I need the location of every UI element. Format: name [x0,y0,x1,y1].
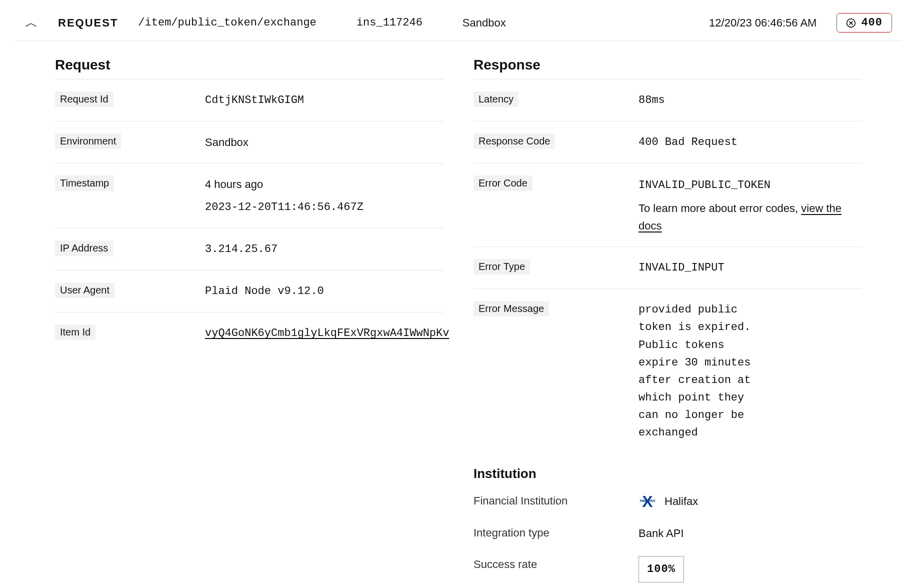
error-circle-icon [846,18,856,28]
row-integration-type: Integration type Bank API [474,518,862,549]
request-label: REQUEST [58,16,118,30]
value-success-rate: 100% [638,556,862,582]
row-environment: Environment Sandbox [55,122,444,164]
value-timestamp: 4 hours ago 2023-12-20T11:46:56.467Z [205,176,444,216]
label-user-agent: User Agent [55,282,114,298]
value-latency: 88ms [638,92,862,109]
error-help-prefix: To learn more about error codes, [638,202,801,214]
row-error-type: Error Type INVALID_INPUT [474,247,862,289]
header-meta: /item/public_token/exchange ins_117246 S… [138,16,689,30]
value-error-code: INVALID_PUBLIC_TOKEN To learn more about… [638,176,862,234]
label-ip: IP Address [55,240,113,256]
value-item-id[interactable]: vyQ4GoNK6yCmb1glyLkqFExVRgxwA4IWwNpKv [205,324,449,342]
row-user-agent: User Agent Plaid Node v9.12.0 [55,270,444,312]
institution-name: Halifax [664,492,698,510]
success-rate-badge: 100% [638,556,684,582]
status-code-badge: 400 [836,13,892,32]
row-item-id: Item Id vyQ4GoNK6yCmb1glyLkqFExVRgxwA4IW… [55,312,444,354]
response-heading: Response [474,51,862,80]
value-ip: 3.214.25.67 [205,240,444,258]
row-error-code: Error Code INVALID_PUBLIC_TOKEN To learn… [474,164,862,247]
response-panel: Response Latency 88ms Response Code 400 … [474,51,862,588]
status-code-value: 400 [861,16,882,29]
label-item-id: Item Id [55,324,96,340]
request-header-row: ︿ REQUEST /item/public_token/exchange in… [15,5,902,41]
value-financial-institution: X HALIFAX Halifax [638,492,862,510]
item-id-link[interactable]: vyQ4GoNK6yCmb1glyLkqFExVRgxwA4IWwNpKv [205,327,449,340]
row-request-id: Request Id CdtjKNStIWkGIGM [55,80,444,122]
row-error-message: Error Message provided public token is e… [474,289,862,454]
value-user-agent: Plaid Node v9.12.0 [205,282,444,300]
row-ip: IP Address 3.214.25.67 [55,228,444,270]
halifax-logo-icon: X HALIFAX [638,492,656,510]
row-response-code: Response Code 400 Bad Request [474,122,862,164]
error-code-value: INVALID_PUBLIC_TOKEN [638,179,770,192]
value-environment: Sandbox [205,134,444,151]
label-success-rate: Success rate [474,556,537,573]
value-integration-type: Bank API [638,524,862,542]
row-timestamp: Timestamp 4 hours ago 2023-12-20T11:46:5… [55,164,444,228]
row-success-rate: Success rate 100% [474,549,862,588]
label-timestamp: Timestamp [55,176,114,191]
label-error-code: Error Code [474,176,532,191]
value-error-message: provided public token is expired. Public… [638,301,768,442]
timestamp-relative: 4 hours ago [205,178,263,190]
row-latency: Latency 88ms [474,80,862,122]
request-timestamp-header: 12/20/23 06:46:56 AM [709,16,816,30]
error-code-help: To learn more about error codes, view th… [638,200,862,234]
detail-panels: Request Request Id CdtjKNStIWkGIGM Envir… [15,41,902,588]
row-financial-institution: Financial Institution X HALIFAX Halifax [474,486,862,518]
label-error-message: Error Message [474,301,549,316]
label-latency: Latency [474,92,518,107]
collapse-chevron-up-icon[interactable]: ︿ [25,14,38,32]
timestamp-iso: 2023-12-20T11:46:56.467Z [205,198,444,216]
label-request-id: Request Id [55,92,114,107]
value-request-id: CdtjKNStIWkGIGM [205,92,444,109]
value-error-type: INVALID_INPUT [638,259,862,276]
label-integration-type: Integration type [474,524,550,542]
institution-heading: Institution [474,454,862,486]
institution-id: ins_117246 [356,16,422,29]
label-response-code: Response Code [474,134,555,149]
request-path: /item/public_token/exchange [138,16,316,29]
request-panel: Request Request Id CdtjKNStIWkGIGM Envir… [55,51,444,588]
label-error-type: Error Type [474,259,530,274]
value-response-code: 400 Bad Request [638,134,862,151]
label-financial-institution: Financial Institution [474,492,568,510]
request-heading: Request [55,51,444,80]
environment-header: Sandbox [462,16,506,30]
label-environment: Environment [55,134,121,149]
